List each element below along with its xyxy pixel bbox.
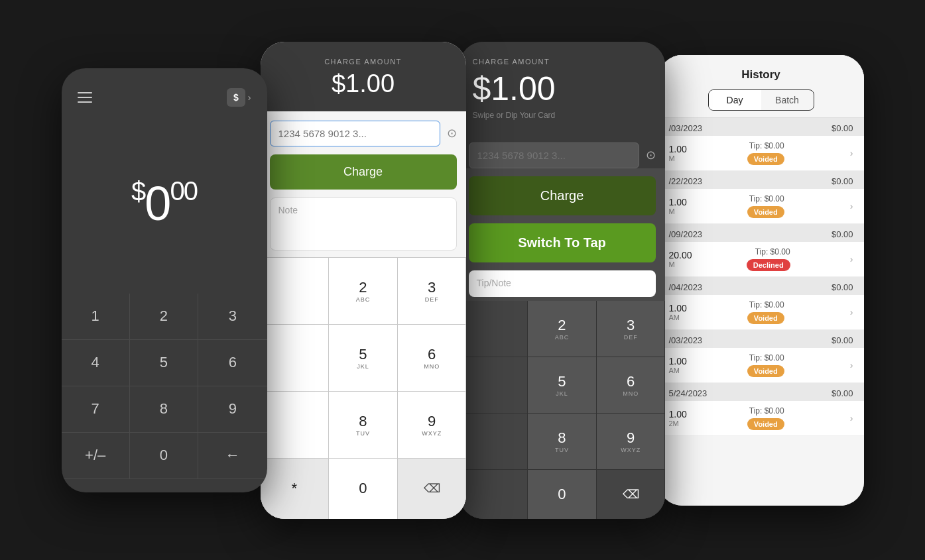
key-d-3[interactable]: 3 DEF xyxy=(597,301,665,357)
camera-icon[interactable]: ⊙ xyxy=(447,126,457,140)
chevron-icon-1: › xyxy=(850,148,853,158)
hamburger-line-1 xyxy=(78,92,92,93)
phone3-charge-label: CHARGE AMOUNT xyxy=(473,58,652,66)
history-total-6: $0.00 xyxy=(832,388,853,398)
phone3-card-input[interactable] xyxy=(469,142,639,168)
note-input[interactable]: Note xyxy=(270,197,457,251)
chevron-right-icon: › xyxy=(248,92,251,103)
status-voided-2: Voided xyxy=(747,206,784,218)
phone3-charge-header: CHARGE AMOUNT $1.00 Swipe or Dip Your Ca… xyxy=(460,42,665,133)
key-d-2[interactable]: 2 ABC xyxy=(528,301,596,357)
key-d-6[interactable]: 6 MNO xyxy=(597,357,665,413)
history-date-2: /22/2023 xyxy=(669,176,703,186)
note-placeholder-dark: Tip/Note xyxy=(477,278,511,288)
charge-header: CHARGE AMOUNT $1.00 xyxy=(261,42,466,111)
key-plusminus[interactable]: +/– xyxy=(62,433,130,479)
history-item-6[interactable]: 1.00 2M Tip: $0.00 Voided › xyxy=(658,401,864,436)
key-3[interactable]: 3 DEF xyxy=(398,258,466,324)
key-8[interactable]: 8 TUV xyxy=(329,392,397,458)
history-item-5[interactable]: 1.00 AM Tip: $0.00 Voided › xyxy=(658,348,864,383)
history-item-4[interactable]: 1.00 AM Tip: $0.00 Voided › xyxy=(658,295,864,330)
history-list: /03/2023 $0.00 1.00 M Tip: $0.00 Voided … xyxy=(658,118,864,506)
tab-batch[interactable]: Batch xyxy=(761,90,814,110)
key-4[interactable]: 4 xyxy=(62,340,130,386)
status-voided-1: Voided xyxy=(747,153,784,165)
charge-amount-value: $1.00 xyxy=(274,70,453,98)
key-d-4[interactable] xyxy=(460,357,528,413)
card-input-row: ⊙ xyxy=(261,111,466,146)
key-7[interactable] xyxy=(261,392,329,458)
card-number-input[interactable] xyxy=(270,121,440,146)
history-header: History Day Batch xyxy=(658,55,864,118)
history-item-2[interactable]: 1.00 M Tip: $0.00 Voided › xyxy=(658,189,864,224)
key-4[interactable] xyxy=(261,325,329,391)
key-5[interactable]: 5 JKL xyxy=(329,325,397,391)
history-date-group-3: /09/2023 $0.00 xyxy=(658,224,864,242)
key-8[interactable]: 8 xyxy=(130,386,198,433)
camera-icon-dark[interactable]: ⊙ xyxy=(646,148,656,162)
key-d-7[interactable] xyxy=(460,414,528,469)
key-backspace[interactable]: ⌫ xyxy=(398,459,466,518)
charge-button[interactable]: Charge xyxy=(270,154,457,190)
key-5[interactable]: 5 xyxy=(130,340,198,386)
chevron-icon-5: › xyxy=(850,360,853,370)
charge-amount-label: CHARGE AMOUNT xyxy=(274,58,453,66)
key-7[interactable]: 7 xyxy=(62,386,130,433)
phone-calculator: $ › $000 1 2 3 4 5 6 7 8 9 +/– 0 xyxy=(62,68,267,492)
history-title: History xyxy=(672,68,851,82)
key-3[interactable]: 3 xyxy=(198,294,267,340)
note-placeholder: Note xyxy=(278,205,298,215)
status-declined-1: Declined xyxy=(747,259,790,271)
keypad-light: 2 ABC 3 DEF 5 JKL 6 xyxy=(261,257,466,519)
key-1[interactable]: 1 xyxy=(62,294,130,340)
key-d-1[interactable] xyxy=(460,301,528,357)
amount-value: $000 xyxy=(131,176,197,231)
key-backspace[interactable]: ← xyxy=(198,433,267,479)
phone3-note-input[interactable]: Tip/Note xyxy=(469,270,656,297)
phone3-charge-value: $1.00 xyxy=(473,70,652,108)
key-d-star[interactable] xyxy=(460,470,528,519)
tab-day[interactable]: Day xyxy=(709,90,761,110)
menu-icon[interactable] xyxy=(78,92,92,103)
key-d-backspace[interactable]: ⌫ xyxy=(597,470,665,519)
whole-number: 0 xyxy=(145,177,170,230)
history-date-1: /03/2023 xyxy=(669,123,703,133)
key-9[interactable]: 9 xyxy=(198,386,267,433)
dollar-icon: $ xyxy=(227,88,245,107)
key-6[interactable]: 6 MNO xyxy=(398,325,466,391)
phone1-header: $ › xyxy=(62,82,267,113)
key-6[interactable]: 6 xyxy=(198,340,267,386)
key-2[interactable]: 2 xyxy=(130,294,198,340)
keypad-dark2: 2 ABC 3 DEF 5 JKL 6 MNO xyxy=(460,301,665,519)
history-date-4: /04/2023 xyxy=(669,282,703,292)
hamburger-line-2 xyxy=(78,97,92,98)
status-voided-4: Voided xyxy=(747,365,784,377)
history-date-group-4: /04/2023 $0.00 xyxy=(658,277,864,295)
key-d-5[interactable]: 5 JKL xyxy=(528,357,596,413)
hamburger-line-3 xyxy=(78,101,92,103)
history-date-6: 5/24/2023 xyxy=(669,388,708,398)
history-total-4: $0.00 xyxy=(832,282,853,292)
history-item-1[interactable]: 1.00 M Tip: $0.00 Voided › xyxy=(658,136,864,171)
key-d-8[interactable]: 8 TUV xyxy=(528,414,596,469)
key-0[interactable]: 0 xyxy=(329,459,397,518)
swipe-hint: Swipe or Dip Your Card xyxy=(473,111,652,120)
key-d-9[interactable]: 9 WXYZ xyxy=(597,414,665,469)
history-date-5: /03/2023 xyxy=(669,335,703,345)
key-star[interactable]: * xyxy=(261,459,329,518)
history-total-2: $0.00 xyxy=(832,176,853,186)
key-0[interactable]: 0 xyxy=(130,433,198,479)
history-date-group-5: /03/2023 $0.00 xyxy=(658,330,864,348)
key-d-0[interactable]: 0 xyxy=(528,470,596,519)
history-total-1: $0.00 xyxy=(832,123,853,133)
phone3-charge-button[interactable]: Charge xyxy=(469,176,656,215)
key-1[interactable] xyxy=(261,258,329,324)
status-voided-3: Voided xyxy=(747,312,784,324)
key-2[interactable]: 2 ABC xyxy=(329,258,397,324)
switch-to-tap-button[interactable]: Switch To Tap xyxy=(469,223,656,262)
history-item-3[interactable]: 20.00 M Tip: $0.00 Declined › xyxy=(658,242,864,277)
history-date-group-1: /03/2023 $0.00 xyxy=(658,118,864,136)
chevron-icon-2: › xyxy=(850,201,853,211)
key-9[interactable]: 9 WXYZ xyxy=(398,392,466,458)
account-badge[interactable]: $ › xyxy=(227,88,251,107)
